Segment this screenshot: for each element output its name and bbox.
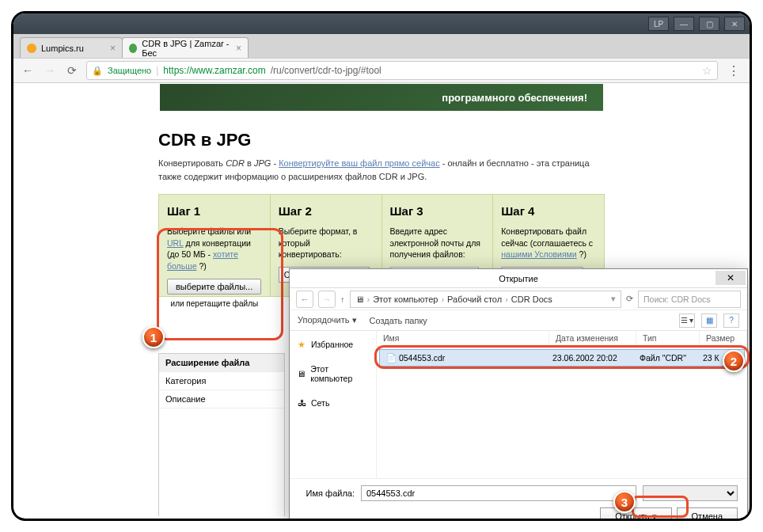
bookmark-icon[interactable]: ☆ (702, 64, 712, 77)
pc-icon: 🖥 (355, 294, 364, 304)
sidebar-ext: Расширение файла (159, 354, 284, 372)
marker-3: 3 (613, 491, 636, 513)
close-icon[interactable]: × (110, 43, 116, 54)
file-list-header: Имя Дата изменения Тип Размер (377, 331, 747, 347)
preview-button[interactable]: ▦ (701, 314, 717, 328)
dialog-title: Открытие (499, 274, 538, 283)
url-path: /ru/convert/cdr-to-jpg/#tool (271, 65, 382, 76)
tab-lumpics[interactable]: Lumpics.ru × (20, 37, 123, 58)
organize-button[interactable]: Упорядочить ▾ (298, 315, 357, 325)
dialog-search-input[interactable]: Поиск: CDR Docs (638, 291, 741, 308)
dialog-forward-button[interactable]: → (318, 291, 336, 308)
col-size[interactable]: Размер (700, 331, 747, 346)
filename-label: Имя файла: (299, 488, 355, 498)
convert-now-link[interactable]: Конвертируйте ваш файл прямо сейчас (279, 158, 439, 168)
close-icon[interactable]: × (236, 43, 241, 54)
sidebar-cat: Категория (159, 372, 284, 390)
refresh-icon[interactable]: ⟳ (626, 294, 633, 304)
step-title: Шаг 4 (501, 204, 596, 218)
lock-icon: 🔒 (92, 66, 103, 76)
window-controls: LP — ▢ ✕ (13, 13, 750, 34)
tab-strip: Lumpics.ru × CDR в JPG | Zamzar - Бес × (13, 34, 750, 58)
up-icon[interactable]: ↑ (340, 294, 345, 304)
filename-input[interactable] (361, 485, 636, 501)
step-title: Шаг 2 (279, 204, 374, 218)
col-date[interactable]: Дата изменения (549, 331, 636, 346)
new-folder-button[interactable]: Создать папку (370, 316, 427, 325)
tree-favorites[interactable]: ★Избранное (294, 336, 371, 353)
choose-files-button[interactable]: выберите файлы... (167, 279, 261, 294)
file-row[interactable]: 📄 0544553.cdr 23.06.2002 20:02 Файл "CDR… (379, 349, 745, 367)
close-button[interactable]: ✕ (724, 17, 745, 31)
star-icon: ★ (296, 339, 307, 350)
maximize-button[interactable]: ▢ (699, 17, 719, 31)
file-icon: 📄 (386, 353, 397, 363)
forward-button[interactable]: → (42, 63, 58, 78)
step-text: Введите адрес электронной почты для полу… (390, 226, 485, 260)
back-button[interactable]: ← (20, 63, 36, 78)
favicon-icon (27, 44, 36, 53)
col-name[interactable]: Имя (377, 331, 549, 346)
url-host: https://www.zamzar.com (163, 65, 265, 76)
dialog-back-button[interactable]: ← (296, 291, 313, 308)
info-sidebar: Расширение файла Категория Описание Дейс… (158, 353, 285, 516)
step-1: Шаг 1 Выберите файлы или URL для конверт… (159, 195, 271, 296)
marker-1: 1 (142, 326, 165, 348)
tree-network[interactable]: 🖧Сеть (294, 394, 371, 412)
help-button[interactable]: ? (723, 314, 739, 328)
breadcrumb[interactable]: 🖥 › Этот компьютер › Рабочий стол › CDR … (350, 291, 622, 308)
sidebar-desc: Описание (159, 390, 284, 408)
tab-zamzar[interactable]: CDR в JPG | Zamzar - Бес × (122, 37, 249, 58)
tab-label: CDR в JPG | Zamzar - Бес (142, 39, 231, 58)
ad-banner: программного обеспечения! (160, 84, 603, 111)
reload-button[interactable]: ⟳ (64, 63, 80, 78)
dialog-bottom: Имя файла: Открыть ▾ Отмена (290, 478, 747, 521)
step-text: Выберите формат, в который конвертироват… (279, 226, 374, 260)
step-text: Выберите файлы или URL для конвертации (… (167, 226, 262, 272)
url-link[interactable]: URL (167, 238, 184, 248)
filetype-select[interactable] (643, 485, 738, 501)
menu-icon[interactable]: ⋮ (724, 63, 743, 78)
dialog-title-bar: Открытие ✕ (290, 269, 747, 288)
view-button[interactable]: ☰ ▾ (679, 314, 695, 328)
page-title: CDR в JPG (158, 130, 605, 150)
open-button[interactable]: Открыть ▾ (600, 507, 671, 521)
folder-tree: ★Избранное 🖥Этот компьютер 🖧Сеть (290, 331, 377, 478)
secure-label: Защищено (108, 66, 151, 75)
col-type[interactable]: Тип (636, 331, 700, 346)
minimize-button[interactable]: — (674, 17, 694, 31)
address-bar: ← → ⟳ 🔒 Защищено | https://www.zamzar.co… (13, 58, 750, 83)
dialog-toolbar: Упорядочить ▾ Создать папку ☰ ▾ ▦ ? (290, 310, 747, 331)
cancel-button[interactable]: Отмена (677, 507, 738, 521)
pc-icon: 🖥 (296, 368, 306, 379)
step-title: Шаг 3 (390, 204, 485, 218)
drag-hint: или перетащите файлы (167, 299, 262, 308)
network-icon: 🖧 (296, 397, 307, 408)
dialog-nav: ← → ↑ 🖥 › Этот компьютер › Рабочий стол … (290, 288, 747, 310)
lp-button[interactable]: LP (648, 17, 669, 31)
url-input[interactable]: 🔒 Защищено | https://www.zamzar.com/ru/c… (86, 61, 718, 80)
tree-this-pc[interactable]: 🖥Этот компьютер (294, 361, 371, 386)
step-title: Шаг 1 (167, 204, 262, 218)
marker-2: 2 (723, 350, 745, 372)
favicon-icon (129, 44, 137, 53)
page-description: Конвертировать CDR в JPG - Конвертируйте… (158, 157, 605, 183)
step-text: Конвертировать файл сейчас (соглашаетесь… (501, 226, 596, 260)
tab-label: Lumpics.ru (41, 44, 84, 53)
file-list: Имя Дата изменения Тип Размер 📄 0544553.… (377, 331, 747, 478)
file-open-dialog: Открытие ✕ ← → ↑ 🖥 › Этот компьютер › Ра… (289, 268, 748, 521)
dialog-close-button[interactable]: ✕ (716, 271, 746, 285)
terms-link[interactable]: нашими Условиями (501, 249, 576, 259)
